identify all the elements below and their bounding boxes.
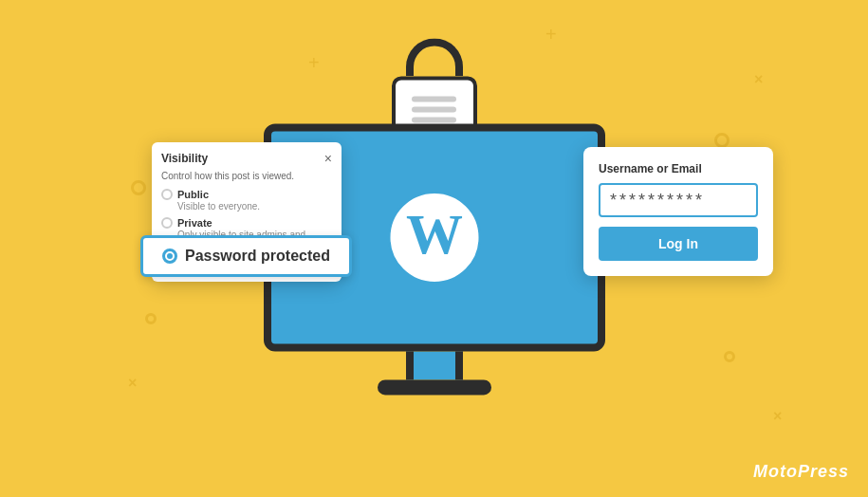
deco-circle-1 xyxy=(131,180,146,195)
deco-x-3: × xyxy=(773,408,782,425)
radio-text-public: Public xyxy=(177,189,209,200)
panel-header: Visibility × xyxy=(161,152,332,165)
radio-circle-public xyxy=(161,189,173,200)
padlock-shackle xyxy=(406,38,463,76)
monitor-stand xyxy=(406,351,463,379)
deco-x-2: × xyxy=(128,375,137,392)
radio-option-public[interactable]: Public Visible to everyone. xyxy=(161,189,332,212)
radio-label-public: Public xyxy=(161,189,332,200)
password-protected-badge: Password protected xyxy=(140,235,352,277)
svg-text:W: W xyxy=(406,203,463,266)
deco-plus-2: + xyxy=(545,24,557,46)
wordpress-logo: W xyxy=(387,190,482,285)
padlock-line-3 xyxy=(412,117,455,122)
radio-circle-private xyxy=(161,217,173,229)
padlock-line-1 xyxy=(412,96,455,101)
login-button[interactable]: Log In xyxy=(599,227,758,261)
deco-circle-2 xyxy=(145,313,157,324)
panel-title: Visibility xyxy=(161,152,208,165)
radio-desc-public: Visible to everyone. xyxy=(177,201,332,212)
login-panel: Username or Email Log In xyxy=(583,147,773,276)
deco-circle-4 xyxy=(724,351,735,362)
panel-close-button[interactable]: × xyxy=(324,152,332,165)
radio-selected-indicator xyxy=(162,248,177,264)
padlock-line-2 xyxy=(412,106,455,112)
deco-plus-1: + xyxy=(308,52,320,74)
panel-subtitle: Control how this post is viewed. xyxy=(161,171,332,181)
login-field-label: Username or Email xyxy=(599,162,758,175)
brand-label: MotoPress xyxy=(753,462,849,482)
monitor-base xyxy=(378,379,491,395)
deco-circle-3 xyxy=(714,133,729,148)
radio-label-private: Private xyxy=(161,217,332,229)
radio-text-private: Private xyxy=(177,217,212,229)
deco-x-1: × xyxy=(754,71,763,88)
password-protected-label: Password protected xyxy=(185,248,330,265)
login-password-input[interactable] xyxy=(599,183,758,217)
